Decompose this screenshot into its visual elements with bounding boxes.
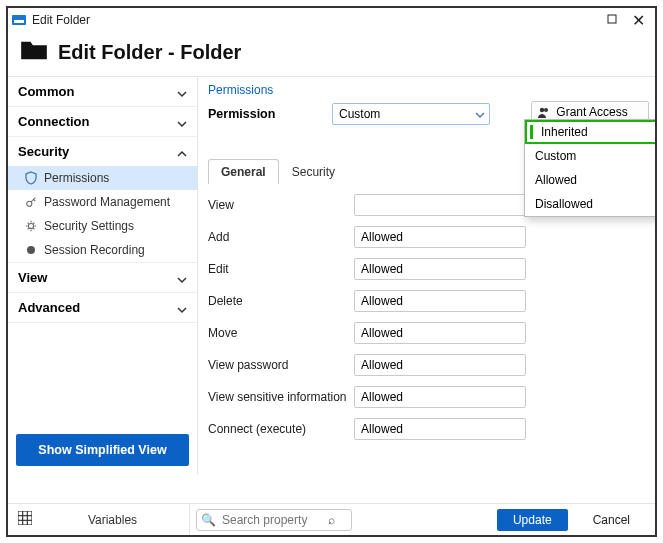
users-icon	[532, 105, 556, 119]
field-select-delete[interactable]: Allowed	[354, 290, 526, 312]
close-button[interactable]: ✕	[625, 11, 651, 30]
field-label: Move	[208, 326, 354, 340]
body: Common Connection Security	[8, 76, 655, 474]
field-select-view[interactable]	[354, 194, 526, 216]
svg-rect-7	[18, 511, 32, 525]
svg-point-2	[28, 223, 33, 228]
chevron-down-icon	[177, 303, 187, 313]
chevron-down-icon	[177, 87, 187, 97]
permission-select[interactable]: Custom	[332, 103, 490, 125]
header: Edit Folder - Folder	[8, 32, 655, 76]
titlebar: Edit Folder ✕	[8, 8, 655, 32]
field-select-connect[interactable]: Allowed	[354, 418, 526, 440]
window-title: Edit Folder	[32, 13, 599, 27]
tab-security[interactable]: Security	[279, 159, 348, 184]
field-label: Add	[208, 230, 354, 244]
tab-general[interactable]: General	[208, 159, 279, 184]
field-label: Delete	[208, 294, 354, 308]
sidebar-item-session-recording[interactable]: Session Recording	[8, 238, 197, 262]
permission-label: Permission	[208, 107, 324, 121]
svg-rect-0	[608, 15, 616, 23]
record-icon	[24, 243, 38, 257]
update-button[interactable]: Update	[497, 509, 568, 531]
permission-fields: View Add Allowed Edit Allowed Delete All…	[208, 194, 645, 440]
dropdown-option-inherited[interactable]: Inherited	[525, 120, 657, 144]
edit-folder-window: Edit Folder ✕ Edit Folder - Folder Commo…	[6, 6, 657, 537]
sidebar-item-label: Permissions	[44, 171, 109, 185]
field-select-view-password[interactable]: Allowed	[354, 354, 526, 376]
field-select-view-sensitive[interactable]: Allowed	[354, 386, 526, 408]
breadcrumb: Permissions	[208, 83, 645, 97]
field-select-edit[interactable]: Allowed	[354, 258, 526, 280]
field-label: Edit	[208, 262, 354, 276]
field-label: Connect (execute)	[208, 422, 354, 436]
app-icon	[12, 15, 26, 25]
sidebar-item-permissions[interactable]: Permissions	[8, 166, 197, 190]
sidebar-section-security[interactable]: Security	[8, 137, 197, 166]
footer: Variables 🔍 ⌕ Update Cancel	[8, 503, 655, 535]
key-icon	[24, 195, 38, 209]
chevron-up-icon	[177, 147, 187, 157]
show-simplified-view-button[interactable]: Show Simplified View	[16, 434, 189, 466]
sidebar-section-view[interactable]: View	[8, 263, 197, 292]
field-select-move[interactable]: Allowed	[354, 322, 526, 344]
dropdown-option-allowed[interactable]: Allowed	[525, 168, 657, 192]
sidebar-item-password-management[interactable]: Password Management	[8, 190, 197, 214]
sidebar-item-label: Password Management	[44, 195, 170, 209]
maximize-button[interactable]	[599, 13, 625, 27]
search-icon[interactable]: ⌕	[328, 513, 335, 527]
sidebar-item-label: Session Recording	[44, 243, 145, 257]
sidebar-item-label: Security Settings	[44, 219, 134, 233]
svg-point-3	[27, 246, 35, 254]
variables-tab[interactable]: Variables	[36, 504, 190, 535]
shield-icon	[24, 171, 38, 185]
permission-select-value: Custom	[339, 107, 380, 121]
chevron-down-icon	[177, 117, 187, 127]
sidebar-section-advanced[interactable]: Advanced	[8, 293, 197, 322]
field-label: View password	[208, 358, 354, 372]
cancel-button[interactable]: Cancel	[576, 509, 647, 531]
svg-point-4	[540, 108, 544, 112]
main-panel: Permissions Permission Custom Grant Acce…	[198, 77, 655, 474]
button-label: Grant Access	[556, 105, 648, 119]
search-icon: 🔍	[201, 513, 216, 527]
dropdown-option-disallowed[interactable]: Disallowed	[525, 192, 657, 216]
sidebar-section-common[interactable]: Common	[8, 77, 197, 106]
field-select-add[interactable]: Allowed	[354, 226, 526, 248]
folder-icon	[20, 38, 48, 66]
chevron-down-icon	[177, 273, 187, 283]
grid-icon[interactable]	[8, 511, 36, 528]
page-title: Edit Folder - Folder	[58, 41, 241, 64]
search-property[interactable]: 🔍 ⌕	[196, 509, 352, 531]
dropdown-option-custom[interactable]: Custom	[525, 144, 657, 168]
svg-point-5	[544, 108, 548, 112]
permission-dropdown: Inherited Custom Allowed Disallowed	[524, 119, 657, 217]
chevron-down-icon	[475, 109, 485, 123]
field-label: View sensitive information	[208, 390, 354, 404]
sidebar: Common Connection Security	[8, 77, 198, 474]
gear-icon	[24, 219, 38, 233]
search-input[interactable]	[220, 512, 328, 528]
sidebar-section-connection[interactable]: Connection	[8, 107, 197, 136]
sidebar-item-security-settings[interactable]: Security Settings	[8, 214, 197, 238]
field-label: View	[208, 198, 354, 212]
